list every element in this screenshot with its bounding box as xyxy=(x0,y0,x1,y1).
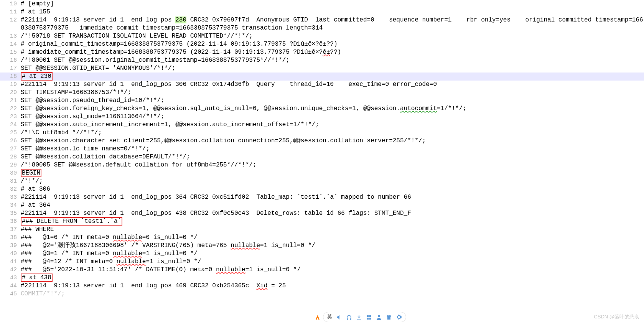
line-number: 28 xyxy=(0,153,21,161)
line-number: 33 xyxy=(0,193,21,201)
line-number: 43 xyxy=(0,274,21,282)
code-line-25[interactable]: 25/*!\C utf8mb4 *//*!*/; xyxy=(0,129,644,137)
code-line-29[interactable]: 29/*!80005 SET @@session.default_collati… xyxy=(0,161,644,169)
code-line-34[interactable]: 34# at 364 xyxy=(0,201,644,209)
code-content[interactable]: ### @4=12 /* INT meta=0 nullable=1 is_nu… xyxy=(21,258,644,266)
code-content[interactable]: /*!*/; xyxy=(21,177,644,185)
code-content[interactable]: /*!\C utf8mb4 *//*!*/; xyxy=(21,129,644,137)
code-line-24[interactable]: 24SET @@session.auto_increment_increment… xyxy=(0,121,644,129)
line-number: 42 xyxy=(0,266,21,274)
code-line-45[interactable]: 45COMMIT/*!*/; xyxy=(0,290,644,298)
code-content[interactable]: ### WHERE xyxy=(21,226,644,234)
code-line-43[interactable]: 43# at 438 xyxy=(0,274,644,282)
code-content[interactable]: COMMIT/*!*/; xyxy=(21,290,644,298)
code-content[interactable]: ### @5='2022-10-31 11:51:47' /* DATETIME… xyxy=(21,266,644,274)
code-line-10[interactable]: 10# [empty] xyxy=(0,0,644,8)
code-content[interactable]: ### @3=1 /* INT meta=0 nullable=1 is_nul… xyxy=(21,250,644,258)
code-line-14[interactable]: 14# original_commit_timestamp=1668388753… xyxy=(0,40,644,48)
code-content[interactable]: SET TIMESTAMP=1668388753/*!*/; xyxy=(21,89,644,97)
line-number: 36 xyxy=(0,218,21,226)
line-number: 11 xyxy=(0,8,21,16)
line-number: 20 xyxy=(0,89,21,97)
code-content[interactable]: # [empty] xyxy=(21,0,644,8)
code-content[interactable]: ### @1=6 /* INT meta=0 nullable=0 is_nul… xyxy=(21,234,644,242)
line-number: 41 xyxy=(0,258,21,266)
code-content[interactable]: SET @@session.collation_database=DEFAULT… xyxy=(21,153,644,161)
code-line-35[interactable]: 35#221114 9:19:13 server id 1 end_log_po… xyxy=(0,209,644,218)
code-content[interactable]: SET @@session.auto_increment_increment=1… xyxy=(21,121,644,129)
line-number: 17 xyxy=(0,64,21,73)
code-content[interactable]: /*!50718 SET TRANSACTION ISOLATION LEVEL… xyxy=(21,32,644,40)
code-line-36[interactable]: 36### DELETE FROM `test1`.`a` xyxy=(0,218,644,226)
line-number: 32 xyxy=(0,185,21,193)
code-content[interactable]: #221114 9:19:13 server id 1 end_log_pos … xyxy=(21,16,644,32)
line-number: 37 xyxy=(0,226,21,234)
code-line-16[interactable]: 16/*!80001 SET @@session.original_commit… xyxy=(0,56,644,64)
code-line-40[interactable]: 40### @3=1 /* INT meta=0 nullable=1 is_n… xyxy=(0,250,644,258)
code-line-33[interactable]: 33#221114 9:19:13 server id 1 end_log_po… xyxy=(0,193,644,201)
code-line-39[interactable]: 39### @2='灏忓孩1667188306698' /* VARSTRING… xyxy=(0,242,644,250)
code-line-37[interactable]: 37### WHERE xyxy=(0,226,644,234)
line-number: 25 xyxy=(0,129,21,137)
code-line-31[interactable]: 31/*!*/; xyxy=(0,177,644,185)
line-number: 45 xyxy=(0,290,21,298)
code-content[interactable]: SET @@session.foreign_key_checks=1, @@se… xyxy=(21,105,644,113)
code-line-41[interactable]: 41### @4=12 /* INT meta=0 nullable=1 is_… xyxy=(0,258,644,266)
line-number: 22 xyxy=(0,105,21,113)
code-line-13[interactable]: 13/*!50718 SET TRANSACTION ISOLATION LEV… xyxy=(0,32,644,40)
code-content[interactable]: # at 155 xyxy=(21,8,644,16)
code-line-44[interactable]: 44#221114 9:19:13 server id 1 end_log_po… xyxy=(0,282,644,290)
line-number: 12 xyxy=(0,16,21,32)
line-number: 18 xyxy=(0,73,21,81)
line-number: 30 xyxy=(0,169,21,177)
code-line-20[interactable]: 20SET TIMESTAMP=1668388753/*!*/; xyxy=(0,89,644,97)
code-line-38[interactable]: 38### @1=6 /* INT meta=0 nullable=0 is_n… xyxy=(0,234,644,242)
code-content[interactable]: ### DELETE FROM `test1`.`a` xyxy=(21,218,644,226)
code-content[interactable]: # at 306 xyxy=(21,185,644,193)
code-content[interactable]: # immediate_commit_timestamp=16683887537… xyxy=(21,48,644,56)
code-content[interactable]: SET @@SESSION.GTID_NEXT= 'ANONYMOUS'/*!*… xyxy=(21,64,644,73)
code-line-18[interactable]: 18# at 230 xyxy=(0,73,644,81)
code-line-17[interactable]: 17SET @@SESSION.GTID_NEXT= 'ANONYMOUS'/*… xyxy=(0,64,644,73)
code-line-19[interactable]: 19#221114 9:19:13 server id 1 end_log_po… xyxy=(0,81,644,89)
code-content[interactable]: #221114 9:19:13 server id 1 end_log_pos … xyxy=(21,282,644,290)
code-line-21[interactable]: 21SET @@session.pseudo_thread_id=10/*!*/… xyxy=(0,97,644,105)
code-line-23[interactable]: 23SET @@session.sql_mode=1168113664/*!*/… xyxy=(0,113,644,121)
code-content[interactable]: # at 438 xyxy=(21,274,644,282)
code-line-30[interactable]: 30BEGIN xyxy=(0,169,644,177)
line-number: 10 xyxy=(0,0,21,8)
code-editor[interactable]: 10# [empty]11# at 15512#221114 9:19:13 s… xyxy=(0,0,644,298)
line-number: 27 xyxy=(0,145,21,153)
code-content[interactable]: /*!80005 SET @@session.default_collation… xyxy=(21,161,644,169)
line-number: 29 xyxy=(0,161,21,169)
code-content[interactable]: SET @@session.character_set_client=255,@… xyxy=(21,137,644,145)
code-content[interactable]: ### @2='灏忓孩1667188306698' /* VARSTRING(7… xyxy=(21,242,644,250)
line-number: 13 xyxy=(0,32,21,40)
code-line-12[interactable]: 12#221114 9:19:13 server id 1 end_log_po… xyxy=(0,16,644,32)
code-line-27[interactable]: 27SET @@session.lc_time_names=0/*!*/; xyxy=(0,145,644,153)
code-content[interactable]: SET @@session.lc_time_names=0/*!*/; xyxy=(21,145,644,153)
code-line-15[interactable]: 15# immediate_commit_timestamp=166838875… xyxy=(0,48,644,56)
code-content[interactable]: # at 230 xyxy=(21,73,644,81)
line-number: 14 xyxy=(0,40,21,48)
code-content[interactable]: /*!80001 SET @@session.original_commit_t… xyxy=(21,56,644,64)
code-content[interactable]: #221114 9:19:13 server id 1 end_log_pos … xyxy=(21,81,644,89)
line-number: 34 xyxy=(0,201,21,209)
code-content[interactable]: # original_commit_timestamp=166838875377… xyxy=(21,40,644,48)
code-line-22[interactable]: 22SET @@session.foreign_key_checks=1, @@… xyxy=(0,105,644,113)
code-line-42[interactable]: 42### @5='2022-10-31 11:51:47' /* DATETI… xyxy=(0,266,644,274)
code-content[interactable]: # at 364 xyxy=(21,201,644,209)
code-content[interactable]: #221114 9:19:13 server id 1 end_log_pos … xyxy=(21,193,644,201)
line-number: 35 xyxy=(0,209,21,218)
code-line-32[interactable]: 32# at 306 xyxy=(0,185,644,193)
code-content[interactable]: #221114 9:19:13 server id 1 end_log_pos … xyxy=(21,209,644,218)
code-line-26[interactable]: 26SET @@session.character_set_client=255… xyxy=(0,137,644,145)
code-line-28[interactable]: 28SET @@session.collation_database=DEFAU… xyxy=(0,153,644,161)
line-number: 23 xyxy=(0,113,21,121)
line-number: 19 xyxy=(0,81,21,89)
code-content[interactable]: SET @@session.sql_mode=1168113664/*!*/; xyxy=(21,113,644,121)
code-content[interactable]: SET @@session.pseudo_thread_id=10/*!*/; xyxy=(21,97,644,105)
code-content[interactable]: BEGIN xyxy=(21,169,644,177)
line-number: 38 xyxy=(0,234,21,242)
code-line-11[interactable]: 11# at 155 xyxy=(0,8,644,16)
